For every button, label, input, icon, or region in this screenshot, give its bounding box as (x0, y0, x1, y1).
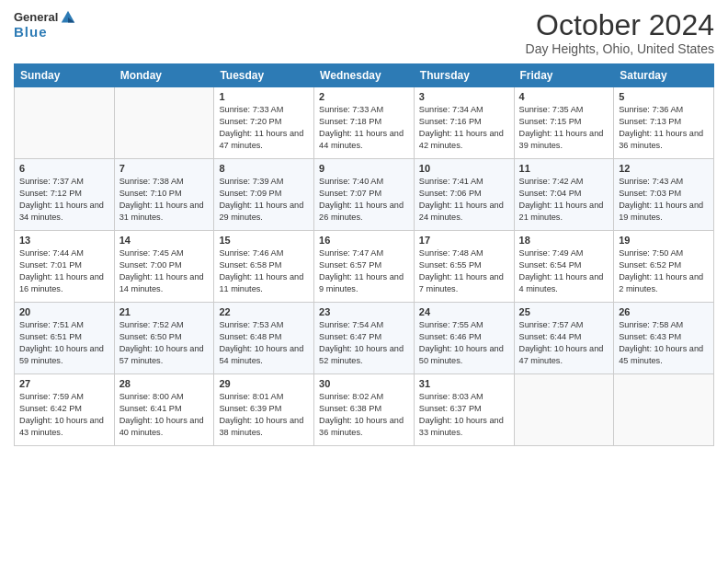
day-info: Sunrise: 8:02 AMSunset: 6:38 PMDaylight:… (319, 391, 409, 439)
calendar-cell: 4Sunrise: 7:35 AMSunset: 7:15 PMDaylight… (514, 87, 614, 159)
calendar-cell: 29Sunrise: 8:01 AMSunset: 6:39 PMDayligh… (214, 374, 314, 446)
column-header-tuesday: Tuesday (214, 64, 314, 87)
calendar-cell: 21Sunrise: 7:52 AMSunset: 6:50 PMDayligh… (114, 303, 214, 374)
calendar-week-row: 1Sunrise: 7:33 AMSunset: 7:20 PMDaylight… (15, 87, 714, 159)
day-number: 28 (119, 378, 210, 389)
column-header-wednesday: Wednesday (314, 64, 415, 87)
day-info: Sunrise: 7:59 AMSunset: 6:42 PMDaylight:… (19, 391, 109, 439)
column-header-monday: Monday (114, 64, 214, 87)
calendar-cell (514, 374, 614, 446)
day-number: 11 (519, 163, 609, 174)
day-info: Sunrise: 7:48 AMSunset: 6:55 PMDaylight:… (419, 247, 509, 295)
subtitle: Day Heights, Ohio, United States (526, 41, 714, 56)
calendar-cell: 28Sunrise: 8:00 AMSunset: 6:41 PMDayligh… (114, 374, 214, 446)
logo-text-general: General (14, 10, 58, 25)
day-info: Sunrise: 7:36 AMSunset: 7:13 PMDaylight:… (619, 104, 709, 152)
day-info: Sunrise: 7:42 AMSunset: 7:04 PMDaylight:… (519, 176, 609, 224)
calendar-cell: 12Sunrise: 7:43 AMSunset: 7:03 PMDayligh… (614, 159, 714, 231)
day-info: Sunrise: 7:37 AMSunset: 7:12 PMDaylight:… (19, 176, 109, 224)
calendar-cell: 16Sunrise: 7:47 AMSunset: 6:57 PMDayligh… (314, 231, 415, 303)
day-number: 17 (419, 235, 509, 246)
day-info: Sunrise: 7:58 AMSunset: 6:43 PMDaylight:… (619, 319, 709, 367)
logo-icon (60, 9, 76, 26)
day-info: Sunrise: 7:49 AMSunset: 6:54 PMDaylight:… (519, 247, 609, 295)
calendar-cell: 11Sunrise: 7:42 AMSunset: 7:04 PMDayligh… (514, 159, 614, 231)
main-title: October 2024 (526, 9, 714, 41)
day-number: 26 (619, 306, 709, 317)
calendar-cell: 25Sunrise: 7:57 AMSunset: 6:44 PMDayligh… (514, 303, 614, 374)
day-number: 23 (319, 306, 409, 317)
day-info: Sunrise: 7:33 AMSunset: 7:18 PMDaylight:… (319, 104, 409, 152)
calendar-cell: 3Sunrise: 7:34 AMSunset: 7:16 PMDaylight… (414, 87, 514, 159)
column-header-friday: Friday (514, 64, 614, 87)
day-number: 1 (219, 91, 309, 102)
day-info: Sunrise: 7:45 AMSunset: 7:00 PMDaylight:… (119, 247, 210, 295)
day-number: 24 (419, 306, 509, 317)
day-number: 6 (19, 163, 109, 174)
column-header-thursday: Thursday (414, 64, 514, 87)
calendar-cell: 30Sunrise: 8:02 AMSunset: 6:38 PMDayligh… (314, 374, 415, 446)
day-number: 18 (519, 235, 609, 246)
day-number: 13 (19, 235, 109, 246)
calendar-week-row: 6Sunrise: 7:37 AMSunset: 7:12 PMDaylight… (15, 159, 714, 231)
day-number: 12 (619, 163, 709, 174)
day-info: Sunrise: 7:57 AMSunset: 6:44 PMDaylight:… (519, 319, 609, 367)
day-number: 29 (219, 378, 309, 389)
day-info: Sunrise: 8:01 AMSunset: 6:39 PMDaylight:… (219, 391, 309, 439)
calendar-table: SundayMondayTuesdayWednesdayThursdayFrid… (14, 63, 714, 446)
day-info: Sunrise: 7:52 AMSunset: 6:50 PMDaylight:… (119, 319, 210, 367)
day-number: 30 (319, 378, 409, 389)
day-number: 8 (219, 163, 309, 174)
calendar-cell: 19Sunrise: 7:50 AMSunset: 6:52 PMDayligh… (614, 231, 714, 303)
calendar-cell: 22Sunrise: 7:53 AMSunset: 6:48 PMDayligh… (214, 303, 314, 374)
day-info: Sunrise: 7:43 AMSunset: 7:03 PMDaylight:… (619, 176, 709, 224)
day-number: 15 (219, 235, 309, 246)
calendar-cell: 18Sunrise: 7:49 AMSunset: 6:54 PMDayligh… (514, 231, 614, 303)
day-number: 31 (419, 378, 509, 389)
day-info: Sunrise: 7:53 AMSunset: 6:48 PMDaylight:… (219, 319, 309, 367)
day-info: Sunrise: 7:39 AMSunset: 7:09 PMDaylight:… (219, 176, 309, 224)
day-number: 14 (119, 235, 210, 246)
calendar-cell: 6Sunrise: 7:37 AMSunset: 7:12 PMDaylight… (15, 159, 115, 231)
calendar-cell: 1Sunrise: 7:33 AMSunset: 7:20 PMDaylight… (214, 87, 314, 159)
calendar-cell: 7Sunrise: 7:38 AMSunset: 7:10 PMDaylight… (114, 159, 214, 231)
calendar-cell: 14Sunrise: 7:45 AMSunset: 7:00 PMDayligh… (114, 231, 214, 303)
day-info: Sunrise: 8:00 AMSunset: 6:41 PMDaylight:… (119, 391, 210, 439)
logo: General Blue (14, 9, 76, 40)
calendar-cell: 9Sunrise: 7:40 AMSunset: 7:07 PMDaylight… (314, 159, 415, 231)
day-info: Sunrise: 7:38 AMSunset: 7:10 PMDaylight:… (119, 176, 210, 224)
calendar-cell: 24Sunrise: 7:55 AMSunset: 6:46 PMDayligh… (414, 303, 514, 374)
day-number: 4 (519, 91, 609, 102)
calendar-header-row: SundayMondayTuesdayWednesdayThursdayFrid… (15, 64, 714, 87)
calendar-cell: 13Sunrise: 7:44 AMSunset: 7:01 PMDayligh… (15, 231, 115, 303)
calendar-cell: 27Sunrise: 7:59 AMSunset: 6:42 PMDayligh… (15, 374, 115, 446)
calendar-cell: 26Sunrise: 7:58 AMSunset: 6:43 PMDayligh… (614, 303, 714, 374)
day-number: 10 (419, 163, 509, 174)
day-number: 20 (19, 306, 109, 317)
day-number: 22 (219, 306, 309, 317)
calendar-cell: 20Sunrise: 7:51 AMSunset: 6:51 PMDayligh… (15, 303, 115, 374)
calendar-cell: 17Sunrise: 7:48 AMSunset: 6:55 PMDayligh… (414, 231, 514, 303)
day-info: Sunrise: 7:40 AMSunset: 7:07 PMDaylight:… (319, 176, 409, 224)
calendar-cell: 10Sunrise: 7:41 AMSunset: 7:06 PMDayligh… (414, 159, 514, 231)
day-number: 25 (519, 306, 609, 317)
day-info: Sunrise: 7:46 AMSunset: 6:58 PMDaylight:… (219, 247, 309, 295)
day-number: 5 (619, 91, 709, 102)
day-info: Sunrise: 7:55 AMSunset: 6:46 PMDaylight:… (419, 319, 509, 367)
calendar-cell (114, 87, 214, 159)
day-info: Sunrise: 7:35 AMSunset: 7:15 PMDaylight:… (519, 104, 609, 152)
day-info: Sunrise: 7:41 AMSunset: 7:06 PMDaylight:… (419, 176, 509, 224)
day-info: Sunrise: 7:34 AMSunset: 7:16 PMDaylight:… (419, 104, 509, 152)
logo-text-blue: Blue (14, 24, 48, 40)
calendar-week-row: 20Sunrise: 7:51 AMSunset: 6:51 PMDayligh… (15, 303, 714, 374)
calendar-cell: 5Sunrise: 7:36 AMSunset: 7:13 PMDaylight… (614, 87, 714, 159)
day-number: 7 (119, 163, 210, 174)
column-header-sunday: Sunday (15, 64, 115, 87)
calendar-week-row: 13Sunrise: 7:44 AMSunset: 7:01 PMDayligh… (15, 231, 714, 303)
day-info: Sunrise: 7:47 AMSunset: 6:57 PMDaylight:… (319, 247, 409, 295)
day-info: Sunrise: 7:44 AMSunset: 7:01 PMDaylight:… (19, 247, 109, 295)
title-section: October 2024 Day Heights, Ohio, United S… (526, 9, 714, 56)
day-info: Sunrise: 7:50 AMSunset: 6:52 PMDaylight:… (619, 247, 709, 295)
day-info: Sunrise: 7:33 AMSunset: 7:20 PMDaylight:… (219, 104, 309, 152)
day-number: 21 (119, 306, 210, 317)
